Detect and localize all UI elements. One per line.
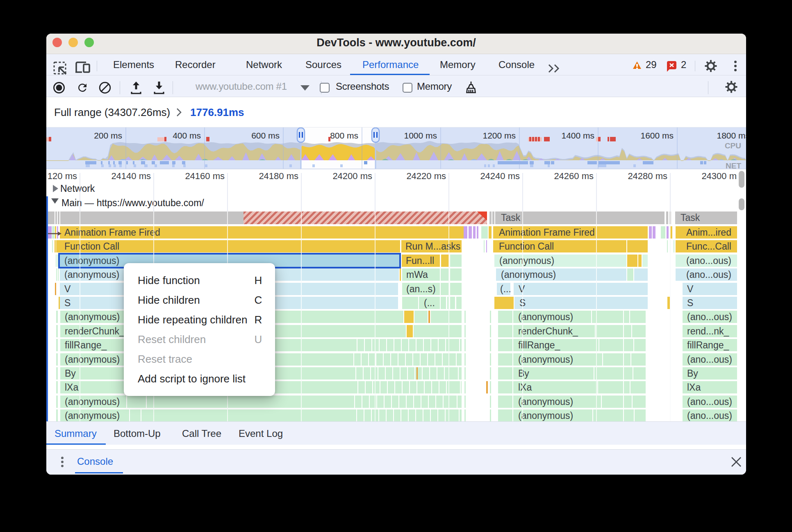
svg-text:CPU: CPU bbox=[725, 141, 741, 150]
svg-text:1800 ms: 1800 ms bbox=[717, 131, 746, 140]
svg-text:1000 ms: 1000 ms bbox=[404, 131, 437, 140]
svg-text:1600 ms: 1600 ms bbox=[640, 131, 674, 140]
svg-text:1200 ms: 1200 ms bbox=[482, 131, 516, 140]
svg-text:1400 ms: 1400 ms bbox=[561, 131, 594, 140]
svg-text:NET: NET bbox=[726, 161, 741, 169]
svg-text:200 ms: 200 ms bbox=[94, 131, 122, 140]
svg-text:800 ms: 800 ms bbox=[330, 131, 358, 140]
svg-text:400 ms: 400 ms bbox=[173, 131, 201, 140]
svg-text:600 ms: 600 ms bbox=[251, 131, 280, 140]
